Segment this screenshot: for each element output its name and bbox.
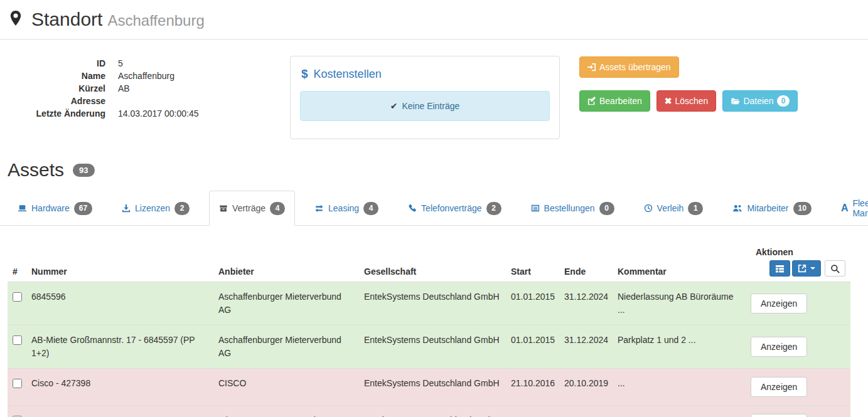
tab-count-badge: 67 bbox=[74, 202, 92, 215]
cell-anbieter: Aschaffenburger Mieterverbund AG bbox=[213, 325, 359, 369]
page-header: StandortAschaffenburg bbox=[0, 0, 868, 40]
table-toolbar bbox=[751, 260, 845, 277]
tab-lizenzen[interactable]: Lizenzen 2 bbox=[112, 191, 200, 226]
tab-label: Lizenzen bbox=[135, 203, 170, 213]
cell-nummer: 49056740956 bbox=[26, 406, 213, 417]
cell-kommentar: Parkplatz 1 und 2 ... bbox=[613, 325, 746, 369]
anzeigen-button[interactable]: Anzeigen bbox=[751, 414, 807, 417]
standort-details: ID 5 Name Aschaffenburg Kürzel AB Adress… bbox=[0, 56, 284, 120]
tab-label: Fleet Management bbox=[852, 198, 868, 218]
chevron-down-icon bbox=[810, 267, 815, 270]
dollar-icon: $ bbox=[301, 67, 308, 81]
table-list-icon bbox=[775, 264, 785, 273]
download-icon bbox=[122, 204, 131, 213]
standort-actions: Assets übertragen Bearbeiten ✖Löschen bbox=[579, 56, 798, 112]
cell-ende: 31.12.2024 bbox=[559, 282, 613, 325]
detail-field-label: Kürzel bbox=[0, 82, 105, 95]
sign-in-icon bbox=[587, 63, 596, 71]
assets-heading: Assets 93 bbox=[0, 159, 868, 181]
tab-fleet-management[interactable]: A Fleet Management 3 bbox=[831, 191, 868, 226]
loeschen-label: Löschen bbox=[675, 95, 708, 107]
detail-field-value: 5 bbox=[105, 57, 123, 70]
bearbeiten-button[interactable]: Bearbeiten bbox=[579, 90, 650, 112]
cell-anbieter: Miet Gruppe Bayern GmbH bbox=[213, 406, 359, 417]
assets-uebertragen-label: Assets übertragen bbox=[599, 61, 671, 73]
bearbeiten-label: Bearbeiten bbox=[599, 95, 642, 107]
anzeigen-button[interactable]: Anzeigen bbox=[751, 293, 807, 314]
cell-gesellschaft: EntekSystems Deutschland GmbH bbox=[359, 406, 506, 417]
edit-icon bbox=[587, 97, 596, 105]
x-icon: ✖ bbox=[665, 95, 672, 107]
assets-uebertragen-button[interactable]: Assets übertragen bbox=[579, 56, 679, 78]
col-header-ende: Ende bbox=[559, 243, 613, 282]
page-title: StandortAschaffenburg bbox=[31, 8, 205, 32]
cell-kommentar: ... bbox=[613, 369, 746, 406]
table-header-row: # Nummer Anbieter Gesellschaft Start End… bbox=[8, 243, 850, 282]
dateien-count-badge: 0 bbox=[777, 95, 790, 107]
row-checkbox[interactable] bbox=[13, 292, 22, 302]
loeschen-button[interactable]: ✖Löschen bbox=[656, 90, 717, 112]
standort-summary-section: ID 5 Name Aschaffenburg Kürzel AB Adress… bbox=[0, 40, 868, 154]
col-header-nummer: Nummer bbox=[26, 243, 213, 282]
tab-mitarbeiter[interactable]: Mitarbeiter 10 bbox=[722, 191, 822, 226]
tab-verleih[interactable]: Verleih 1 bbox=[634, 191, 714, 226]
tab-count-badge: 4 bbox=[270, 202, 285, 215]
detail-field-value: 14.03.2017 00:00:45 bbox=[105, 107, 198, 120]
list-icon bbox=[531, 204, 540, 213]
cell-kommentar: ... bbox=[613, 406, 746, 417]
export-button[interactable] bbox=[792, 260, 821, 277]
cell-gesellschaft: EntekSystems Deutschland GmbH bbox=[359, 282, 506, 325]
cell-anbieter: Aschaffenburger Mieterverbund AG bbox=[213, 282, 359, 325]
tab-bestellungen[interactable]: Bestellungen 0 bbox=[521, 191, 624, 226]
clock-icon bbox=[644, 204, 653, 213]
cell-gesellschaft: EntekSystems Deutschland GmbH bbox=[359, 369, 506, 406]
table-row: 6845596 Aschaffenburger Mieterverbund AG… bbox=[8, 282, 850, 325]
cell-gesellschaft: EntekSystems Deutschland GmbH bbox=[359, 325, 506, 369]
folder-open-icon bbox=[731, 97, 740, 105]
assets-tabs: Hardware 67 Lizenzen 2 Verträge 4 Leasin… bbox=[0, 191, 868, 226]
dateien-button[interactable]: Dateien 0 bbox=[722, 90, 798, 112]
row-checkbox[interactable] bbox=[13, 335, 22, 345]
anzeigen-button[interactable]: Anzeigen bbox=[751, 377, 807, 397]
row-checkbox[interactable] bbox=[13, 379, 22, 388]
exchange-icon bbox=[314, 204, 324, 213]
cell-nummer: Cisco - 427398 bbox=[26, 369, 213, 406]
aktionen-label: Aktionen bbox=[751, 247, 845, 257]
table-row: AB-Miete Großmannstr. 17 - 6845597 (PP 1… bbox=[8, 325, 850, 369]
tab-label: Verleih bbox=[657, 203, 684, 213]
detail-field-label: Letzte Änderung bbox=[0, 107, 105, 120]
detail-field-row: Letzte Änderung 14.03.2017 00:00:45 bbox=[0, 107, 284, 120]
assets-count-badge: 93 bbox=[73, 164, 94, 177]
list-view-button[interactable] bbox=[769, 260, 790, 277]
laptop-icon bbox=[18, 204, 27, 213]
tab-vertraege[interactable]: Verträge 4 bbox=[209, 191, 295, 226]
tab-count-badge: 0 bbox=[599, 202, 614, 215]
detail-field-value bbox=[105, 95, 118, 107]
cell-kommentar: Niederlassung AB Büroräume ... bbox=[613, 282, 746, 325]
car-icon: A bbox=[841, 204, 849, 213]
col-header-kommentar: Kommentar bbox=[613, 243, 746, 282]
tab-label: Leasing bbox=[328, 203, 359, 213]
tab-label: Telefonverträge bbox=[421, 203, 482, 213]
tab-label: Verträge bbox=[232, 203, 265, 213]
tab-leasing[interactable]: Leasing 4 bbox=[304, 191, 388, 226]
col-header-gesellschaft: Gesellschaft bbox=[359, 243, 506, 282]
table-row: Cisco - 427398 CISCO EntekSystems Deutsc… bbox=[8, 369, 850, 406]
tab-count-badge: 2 bbox=[174, 202, 190, 215]
search-button[interactable] bbox=[825, 260, 845, 277]
map-marker-icon bbox=[9, 11, 23, 29]
cell-start: 21.10.2016 bbox=[506, 369, 559, 406]
page-title-text: Standort bbox=[31, 9, 102, 29]
tab-hardware[interactable]: Hardware 67 bbox=[8, 191, 102, 226]
tab-count-badge: 4 bbox=[363, 202, 378, 215]
kostenstellen-empty-text: Keine Einträge bbox=[402, 101, 459, 111]
dateien-label: Dateien bbox=[743, 95, 773, 107]
detail-field-row: Adresse bbox=[0, 95, 284, 107]
tab-count-badge: 10 bbox=[793, 202, 812, 215]
vertraege-table: # Nummer Anbieter Gesellschaft Start End… bbox=[8, 243, 850, 417]
anzeigen-button[interactable]: Anzeigen bbox=[751, 337, 807, 357]
detail-field-value: AB bbox=[105, 82, 130, 95]
tab-telefonvertraege[interactable]: Telefonverträge 2 bbox=[398, 191, 512, 226]
cell-ende: 31.12.2024 bbox=[559, 325, 613, 369]
cell-nummer: AB-Miete Großmannstr. 17 - 6845597 (PP 1… bbox=[26, 325, 213, 369]
